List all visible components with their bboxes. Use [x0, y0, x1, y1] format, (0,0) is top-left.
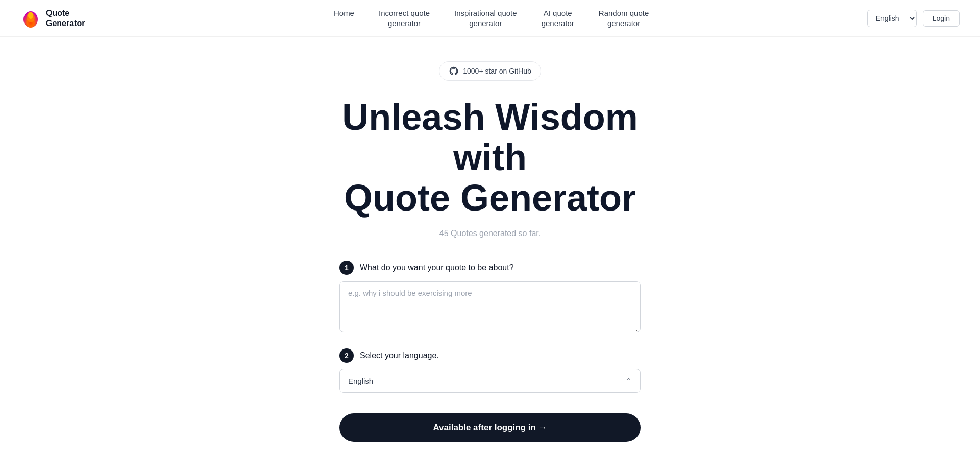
- hero-subtext: 45 Quotes generated so far.: [439, 229, 541, 238]
- quote-form: 1 What do you want your quote to be abou…: [339, 261, 641, 442]
- step1-label: 1 What do you want your quote to be abou…: [339, 261, 641, 275]
- language-select-box[interactable]: English ⌃: [339, 369, 641, 393]
- logo-link[interactable]: Quote Generator: [20, 8, 85, 29]
- submit-button[interactable]: Available after logging in →: [339, 413, 641, 442]
- github-badge-text: 1000+ star on GitHub: [463, 67, 531, 75]
- nav-links: Home Incorrect quotegenerator Inspiratio…: [115, 8, 867, 28]
- chevron-up-icon: ⌃: [626, 377, 632, 385]
- nav-incorrect-quote[interactable]: Incorrect quotegenerator: [379, 8, 430, 28]
- navbar: Quote Generator Home Incorrect quotegene…: [0, 0, 980, 37]
- logo-icon: [20, 8, 41, 29]
- nav-inspirational-quote[interactable]: Inspirational quotegenerator: [454, 8, 517, 28]
- step2-text: Select your language.: [360, 351, 439, 360]
- step1-number: 1: [339, 261, 354, 275]
- nav-ai-quote[interactable]: AI quotegenerator: [542, 8, 574, 28]
- step1-text: What do you want your quote to be about?: [360, 263, 514, 272]
- svg-point-2: [28, 12, 33, 19]
- language-dropdown[interactable]: English Spanish French: [867, 10, 917, 27]
- language-select-value: English: [348, 377, 373, 385]
- main-content: 1000+ star on GitHub Unleash Wisdom with…: [0, 37, 980, 466]
- github-badge[interactable]: 1000+ star on GitHub: [439, 61, 541, 81]
- github-icon: [449, 66, 459, 76]
- login-button[interactable]: Login: [923, 10, 960, 27]
- quote-textarea[interactable]: [339, 281, 641, 332]
- form-step-1: 1 What do you want your quote to be abou…: [339, 261, 641, 332]
- brand-title: Quote Generator: [46, 8, 85, 28]
- nav-actions: English Spanish French Login: [867, 10, 960, 27]
- step2-label: 2 Select your language.: [339, 348, 641, 363]
- step2-number: 2: [339, 348, 354, 363]
- language-select-wrapper: English ⌃: [339, 369, 641, 393]
- form-step-2: 2 Select your language. English ⌃: [339, 348, 641, 393]
- nav-home[interactable]: Home: [334, 8, 354, 28]
- nav-random-quote[interactable]: Random quotegenerator: [599, 8, 649, 28]
- hero-heading: Unleash Wisdom with Quote Generator: [311, 97, 669, 219]
